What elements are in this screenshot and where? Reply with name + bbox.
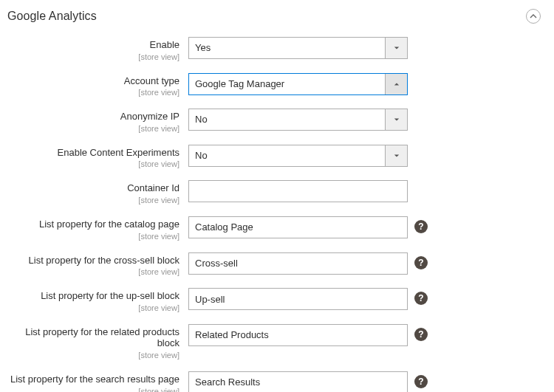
scope-label: [store view] bbox=[7, 351, 179, 360]
help-col: ? bbox=[408, 324, 428, 341]
control-col bbox=[188, 324, 408, 346]
control-col bbox=[188, 216, 408, 238]
help-icon[interactable]: ? bbox=[414, 375, 428, 388]
container-id-input[interactable] bbox=[188, 180, 408, 202]
account-type-select[interactable]: Google Tag Manager bbox=[188, 73, 408, 95]
help-col bbox=[408, 109, 428, 112]
enable-select-value: Yes bbox=[189, 38, 385, 58]
label-col: Container Id [store view] bbox=[7, 180, 188, 204]
help-col bbox=[408, 37, 428, 41]
account-type-select-dropdown-button[interactable] bbox=[385, 74, 407, 94]
account-type-select-value: Google Tag Manager bbox=[189, 74, 385, 94]
label-col: List property for the search results pag… bbox=[7, 371, 188, 392]
control-col bbox=[188, 288, 408, 310]
section-header: Google Analytics bbox=[7, 7, 541, 34]
content-experiments-select-dropdown-button[interactable] bbox=[385, 145, 407, 166]
help-col: ? bbox=[408, 252, 428, 269]
related-property-input[interactable] bbox=[188, 324, 408, 346]
chevron-down-icon bbox=[394, 117, 400, 123]
chevron-up-icon bbox=[394, 81, 400, 87]
help-icon[interactable]: ? bbox=[414, 328, 428, 341]
catalog-property-input[interactable] bbox=[188, 216, 408, 238]
scope-label: [store view] bbox=[7, 88, 179, 97]
control-col bbox=[188, 371, 408, 392]
scope-label: [store view] bbox=[7, 232, 179, 241]
row-content-experiments: Enable Content Experiments [store view] … bbox=[7, 145, 541, 169]
label-col: List property for the cross-sell block [… bbox=[7, 252, 188, 277]
label-col: Enable Content Experiments [store view] bbox=[7, 145, 188, 169]
form-area: Enable [store view] Yes Account type [st… bbox=[7, 34, 541, 392]
label-col: Anonymize IP [store view] bbox=[7, 109, 188, 133]
field-label-upsell: List property for the up-sell block bbox=[7, 290, 179, 302]
row-related-property: List property for the related products b… bbox=[7, 324, 541, 360]
scope-label: [store view] bbox=[7, 52, 179, 61]
chevron-down-icon bbox=[394, 153, 400, 159]
field-label-enable: Enable bbox=[7, 39, 179, 51]
section-title: Google Analytics bbox=[7, 10, 97, 23]
field-label-container-id: Container Id bbox=[7, 182, 179, 194]
enable-select[interactable]: Yes bbox=[188, 37, 408, 59]
anonymize-ip-select-value: No bbox=[189, 109, 385, 130]
help-icon[interactable]: ? bbox=[414, 220, 428, 233]
control-col: Yes bbox=[188, 37, 408, 59]
help-icon[interactable]: ? bbox=[414, 256, 428, 269]
help-icon[interactable]: ? bbox=[414, 292, 428, 305]
field-label-content-experiments: Enable Content Experiments bbox=[7, 147, 179, 159]
collapse-toggle-button[interactable] bbox=[526, 9, 541, 24]
upsell-property-input[interactable] bbox=[188, 288, 408, 310]
label-col: List property for the up-sell block [sto… bbox=[7, 288, 188, 312]
search-property-input[interactable] bbox=[188, 371, 408, 392]
content-experiments-select-value: No bbox=[189, 145, 385, 166]
scope-label: [store view] bbox=[7, 124, 179, 133]
chevron-down-icon bbox=[394, 45, 400, 51]
label-col: Account type [store view] bbox=[7, 73, 188, 97]
anonymize-ip-select-dropdown-button[interactable] bbox=[385, 109, 407, 130]
help-col: ? bbox=[408, 216, 428, 233]
label-col: List property for the related products b… bbox=[7, 324, 188, 360]
row-container-id: Container Id [store view] bbox=[7, 180, 541, 204]
control-col: Google Tag Manager bbox=[188, 73, 408, 95]
help-col bbox=[408, 145, 428, 148]
help-col bbox=[408, 180, 428, 184]
scope-label: [store view] bbox=[7, 159, 179, 168]
row-anonymize-ip: Anonymize IP [store view] No bbox=[7, 109, 541, 133]
row-enable: Enable [store view] Yes bbox=[7, 37, 541, 61]
scope-label: [store view] bbox=[7, 303, 179, 312]
field-label-account-type: Account type bbox=[7, 75, 179, 87]
field-label-related: List property for the related products b… bbox=[7, 326, 179, 349]
row-account-type: Account type [store view] Google Tag Man… bbox=[7, 73, 541, 97]
row-catalog-property: List property for the catalog page [stor… bbox=[7, 216, 541, 241]
field-label-crosssell: List property for the cross-sell block bbox=[7, 255, 179, 267]
row-upsell-property: List property for the up-sell block [sto… bbox=[7, 288, 541, 312]
control-col bbox=[188, 180, 408, 202]
scope-label: [store view] bbox=[7, 387, 179, 392]
help-col: ? bbox=[408, 288, 428, 305]
label-col: Enable [store view] bbox=[7, 37, 188, 61]
row-crosssell-property: List property for the cross-sell block [… bbox=[7, 252, 541, 277]
scope-label: [store view] bbox=[7, 267, 179, 276]
control-col: No bbox=[188, 109, 408, 131]
anonymize-ip-select[interactable]: No bbox=[188, 109, 408, 131]
scope-label: [store view] bbox=[7, 196, 179, 204]
field-label-anonymize-ip: Anonymize IP bbox=[7, 111, 179, 123]
control-col: No bbox=[188, 145, 408, 167]
help-col bbox=[408, 73, 428, 77]
field-label-catalog: List property for the catalog page bbox=[7, 219, 179, 230]
content-experiments-select[interactable]: No bbox=[188, 145, 408, 167]
control-col bbox=[188, 252, 408, 275]
field-label-search: List property for the search results pag… bbox=[7, 374, 179, 385]
help-col: ? bbox=[408, 371, 428, 388]
crosssell-property-input[interactable] bbox=[188, 252, 408, 275]
enable-select-dropdown-button[interactable] bbox=[385, 38, 407, 58]
chevron-up-icon bbox=[530, 13, 537, 20]
label-col: List property for the catalog page [stor… bbox=[7, 216, 188, 241]
row-search-property: List property for the search results pag… bbox=[7, 371, 541, 392]
